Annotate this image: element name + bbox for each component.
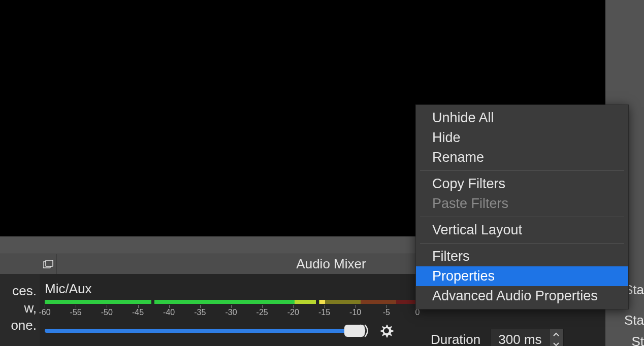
svg-point-2 xyxy=(384,328,389,333)
tick-label: -30 xyxy=(225,308,237,317)
menu-separator xyxy=(420,217,624,217)
duration-control: Duration 300 ms xyxy=(431,329,614,346)
menu-separator xyxy=(420,170,624,171)
tick-label: -15 xyxy=(318,308,330,317)
menu-item-hide[interactable]: Hide xyxy=(416,128,628,148)
left-panel-fragment: ces. w, one. xyxy=(0,274,40,346)
menu-separator xyxy=(420,243,624,244)
menu-item-unhide-all[interactable]: Unhide All xyxy=(416,108,628,128)
menu-item-rename[interactable]: Rename xyxy=(416,148,628,167)
tick-label: -35 xyxy=(194,308,206,317)
spin-up-button[interactable] xyxy=(550,329,563,339)
menu-item-copy-filters[interactable]: Copy Filters xyxy=(416,174,628,194)
menu-item-vertical-layout[interactable]: Vertical Layout xyxy=(416,220,628,240)
chevron-up-icon xyxy=(553,332,559,336)
tick-label: -20 xyxy=(287,308,299,317)
tick-label: -10 xyxy=(349,308,361,317)
spin-down-button[interactable] xyxy=(550,339,563,346)
menu-item-filters[interactable]: Filters xyxy=(416,247,628,266)
tick-label: -40 xyxy=(163,308,175,317)
menu-item-advanced-audio-properties[interactable]: Advanced Audio Properties xyxy=(416,286,628,306)
svg-rect-1 xyxy=(46,260,53,266)
tick-label: -60 xyxy=(39,308,50,317)
right-button-stub-3[interactable]: St xyxy=(631,334,644,346)
tick-label: -45 xyxy=(132,308,144,317)
text-fragment: w, xyxy=(24,300,37,316)
menu-item-paste-filters: Paste Filters xyxy=(416,194,628,214)
meter-scale: -60-55-50-45-40-35-30-25-20-15-10-50 xyxy=(45,304,417,318)
tick-label: -55 xyxy=(70,308,82,317)
text-fragment: ces. xyxy=(12,283,37,299)
tick-label: -25 xyxy=(256,308,268,317)
tick-label: -5 xyxy=(383,308,390,317)
context-menu: Unhide AllHideRenameCopy FiltersPaste Fi… xyxy=(415,105,629,309)
duration-value: 300 ms xyxy=(491,332,549,347)
text-fragment: one. xyxy=(11,318,37,333)
tick-label: -50 xyxy=(101,308,113,317)
volume-slider[interactable] xyxy=(45,329,346,333)
dock-undock-button[interactable] xyxy=(40,254,57,274)
gear-icon xyxy=(378,323,395,339)
duration-label: Duration xyxy=(431,332,480,347)
dock-icon xyxy=(43,260,53,268)
volume-thumb[interactable] xyxy=(344,325,365,337)
channel-name: Mic/Aux xyxy=(45,281,91,297)
level-meter xyxy=(45,300,417,304)
settings-button[interactable] xyxy=(376,320,397,341)
right-button-stub-2[interactable]: Sta xyxy=(624,313,644,328)
chevron-down-icon xyxy=(553,342,559,346)
menu-item-properties[interactable]: Properties xyxy=(416,266,628,286)
left-header-stub xyxy=(0,254,40,274)
duration-spinbox[interactable]: 300 ms xyxy=(491,329,563,346)
